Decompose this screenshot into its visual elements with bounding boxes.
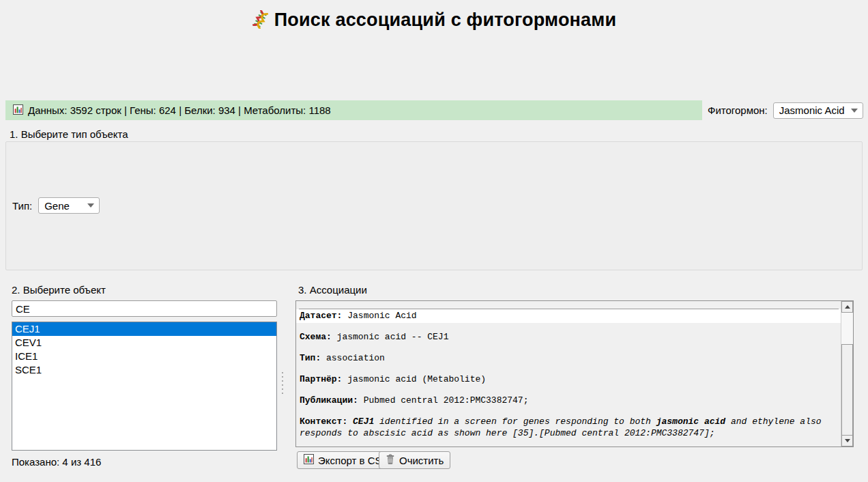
list-item[interactable]: CEJ1 [12,322,276,336]
scrollbar-thumb[interactable] [841,344,853,438]
hormone-combobox-value: Jasmonic Acid [779,104,845,116]
bar-chart-icon [304,454,314,466]
arrow-down-icon [845,439,850,442]
chevron-down-icon [851,109,858,113]
type-combobox[interactable]: Gene [38,197,100,214]
association-field: Партнёр: jasmonic acid (Metabolite) [296,373,841,386]
results-count: Показано: 4 из 416 [12,456,101,468]
section3-title: 3. Ассоциации [298,284,367,296]
association-field: Датасет: Jasmonic Acid [296,309,841,323]
list-item[interactable]: CEV1 [12,336,276,350]
status-text: Данных: 3592 строк | Гены: 624 | Белки: … [28,104,331,116]
scroll-down-button[interactable] [841,435,853,446]
list-item[interactable]: ICE1 [12,350,276,363]
sash-grip[interactable] [281,372,283,394]
scroll-up-button[interactable] [841,301,853,313]
associations-content: Датасет: Jasmonic AcidСхема: jasmonic ac… [296,301,841,446]
associations-textarea[interactable]: Датасет: Jasmonic AcidСхема: jasmonic ac… [295,300,854,447]
status-bar: Данных: 3592 строк | Гены: 624 | Белки: … [5,100,702,120]
type-label: Тип: [12,200,32,212]
type-row: Тип: Gene [12,197,100,214]
associations-scrollbar[interactable] [841,301,853,446]
association-field: Контекст: CEJ1 identified in a screen fo… [296,415,841,440]
hormone-label: Фитогормон: [708,104,768,116]
chevron-down-icon [87,203,94,208]
trash-icon [386,454,395,466]
clear-button[interactable]: Очистить [379,451,450,469]
clear-label: Очистить [399,455,444,466]
bar-chart-icon [13,104,23,117]
type-combobox-value: Gene [44,200,70,212]
app-window: Поиск ассоциаций с фитогормонами Данных:… [0,0,868,482]
hormone-combobox[interactable]: Jasmonic Acid [773,102,863,119]
page-title: Поиск ассоциаций с фитогормонами [0,10,868,33]
arrow-up-icon [845,305,850,309]
export-csv-label: Экспорт в CSV [318,455,389,466]
dna-icon [252,10,269,33]
page-title-text: Поиск ассоциаций с фитогормонами [274,10,617,30]
hormone-selector-row: Фитогормон: Jasmonic Acid [708,102,863,119]
list-item[interactable]: SCE1 [12,363,276,377]
section1-title: 1. Выберите тип объекта [10,128,128,140]
object-search-input[interactable] [12,300,277,317]
association-field: Тип: association [296,352,841,365]
section2-title: 2. Выберите объект [12,284,106,296]
object-listbox[interactable]: CEJ1CEV1ICE1SCE1 [12,322,277,451]
section1-panel: Тип: Gene [5,141,863,270]
association-field: Публикации: Pubmed central 2012:PMC33827… [296,394,841,408]
association-field: Схема: jasmonic acid -- CEJ1 [296,330,841,344]
